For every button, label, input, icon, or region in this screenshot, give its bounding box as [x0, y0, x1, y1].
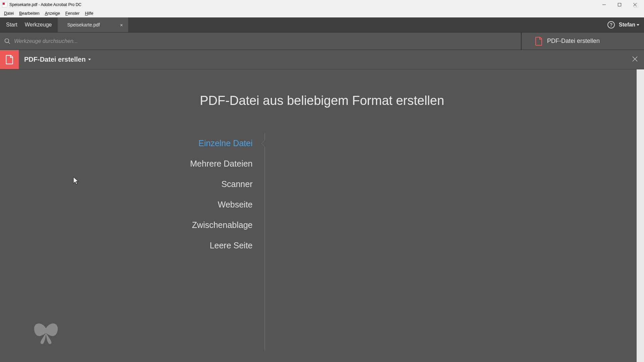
- user-name: Stefan: [619, 22, 635, 28]
- menu-bar: Datei Bearbeiten Anzeige Fenster Hilfe: [0, 9, 644, 17]
- tool-header-dropdown[interactable]: PDF-Datei erstellen: [24, 56, 91, 63]
- option-single-file[interactable]: Einzelne Datei: [0, 133, 253, 154]
- menu-datei[interactable]: Datei: [1, 10, 16, 16]
- butterfly-watermark-icon: [31, 319, 61, 347]
- help-icon[interactable]: ?: [607, 21, 615, 28]
- document-tab[interactable]: Speisekarte.pdf ×: [58, 17, 128, 32]
- page-heading: PDF-Datei aus beliebigem Format erstelle…: [0, 94, 644, 108]
- tool-header: PDF-Datei erstellen: [0, 50, 644, 69]
- svg-point-4: [5, 39, 9, 43]
- menu-hilfe[interactable]: Hilfe: [82, 10, 96, 16]
- option-blank-page[interactable]: Leere Seite: [0, 235, 253, 256]
- window-title-bar: Speisekarte.pdf - Adobe Acrobat Pro DC: [0, 0, 644, 9]
- svg-line-5: [8, 42, 10, 44]
- window-close-button[interactable]: [627, 0, 643, 9]
- acrobat-app-icon: [2, 2, 7, 7]
- pdf-file-icon: [535, 37, 542, 46]
- option-clipboard[interactable]: Zwischenablage: [0, 215, 253, 235]
- svg-rect-1: [618, 3, 621, 6]
- pdf-file-icon: [5, 55, 13, 64]
- search-row: PDF-Datei erstellen: [0, 33, 644, 50]
- tool-close-button[interactable]: [632, 55, 638, 64]
- vertical-scrollbar[interactable]: [637, 69, 644, 362]
- menu-fenster[interactable]: Fenster: [63, 10, 82, 16]
- option-webpage[interactable]: Webseite: [0, 194, 253, 215]
- menu-anzeige[interactable]: Anzeige: [42, 10, 63, 16]
- search-icon: [4, 38, 11, 45]
- document-tab-label: Speisekarte.pdf: [67, 22, 100, 27]
- option-scanner[interactable]: Scanner: [0, 174, 253, 194]
- menu-bearbeiten[interactable]: Bearbeiten: [16, 10, 42, 16]
- tab-start[interactable]: Start: [6, 22, 17, 28]
- chevron-down-icon: [88, 59, 91, 60]
- tab-tools[interactable]: Werkzeuge: [25, 22, 52, 28]
- side-tool-create-pdf[interactable]: PDF-Datei erstellen: [522, 33, 644, 50]
- side-tool-label: PDF-Datei erstellen: [547, 38, 600, 45]
- chevron-down-icon: [637, 24, 639, 26]
- option-multiple-files[interactable]: Mehrere Dateien: [0, 154, 253, 174]
- window-minimize-button[interactable]: [596, 0, 612, 9]
- tool-header-title: PDF-Datei erstellen: [24, 56, 86, 63]
- tool-header-icon-block: [0, 50, 19, 69]
- window-maximize-button[interactable]: [612, 0, 627, 9]
- tools-search-input[interactable]: [14, 38, 182, 44]
- window-title: Speisekarte.pdf - Adobe Acrobat Pro DC: [9, 2, 82, 7]
- content-area: PDF-Datei aus beliebigem Format erstelle…: [0, 69, 644, 362]
- create-pdf-source-list: Einzelne Datei Mehrere Dateien Scanner W…: [0, 133, 265, 351]
- tab-strip: Start Werkzeuge Speisekarte.pdf × ? Stef…: [0, 17, 644, 33]
- document-tab-close-icon[interactable]: ×: [120, 22, 123, 28]
- user-menu[interactable]: Stefan: [619, 22, 639, 28]
